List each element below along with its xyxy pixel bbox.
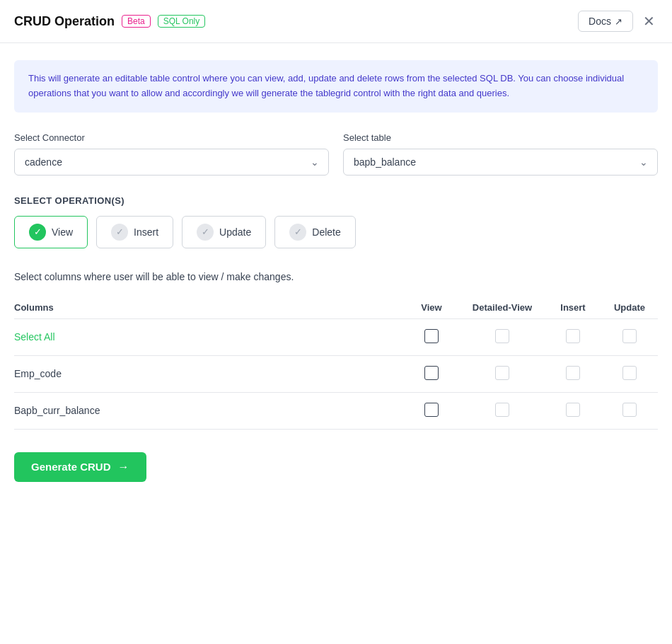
operations-title: SELECT OPERATION(S) — [14, 195, 658, 206]
operation-delete-label: Delete — [312, 226, 340, 238]
docs-label: Docs — [589, 16, 611, 27]
docs-button[interactable]: Docs ↗ — [578, 11, 633, 32]
bapb-insert-checkbox[interactable] — [566, 403, 580, 417]
delete-check-icon: ✓ — [289, 224, 306, 241]
emp-code-update-checkbox[interactable] — [622, 366, 637, 380]
arrow-right-icon: → — [118, 461, 129, 473]
operations-row: ✓ View ✓ Insert ✓ Update ✓ Delete — [14, 216, 658, 248]
operation-insert-button[interactable]: ✓ Insert — [96, 216, 173, 248]
sql-only-badge: SQL Only — [158, 15, 206, 28]
select-all-update-checkbox[interactable] — [622, 329, 637, 343]
th-detailed-view: Detailed-View — [460, 297, 545, 319]
emp-code-view-checkbox[interactable] — [424, 366, 439, 380]
update-check-icon: ✓ — [197, 224, 214, 241]
selectors-row: Select Connector cadence ⌄ Select table … — [14, 132, 658, 176]
select-all-row: Select All — [14, 318, 658, 355]
operation-update-label: Update — [219, 226, 251, 238]
operation-delete-button[interactable]: ✓ Delete — [274, 216, 355, 248]
operation-view-button[interactable]: ✓ View — [14, 216, 88, 248]
table-row: Bapb_curr_balance — [14, 392, 658, 429]
table-row: Emp_code — [14, 355, 658, 392]
select-all-view-checkbox[interactable] — [424, 329, 439, 343]
insert-check-icon: ✓ — [111, 224, 128, 241]
select-all-label[interactable]: Select All — [14, 331, 55, 343]
connector-select-wrapper: cadence ⌄ — [14, 149, 329, 176]
table-select[interactable]: bapb_balance — [343, 149, 658, 176]
table-label: Select table — [343, 132, 658, 143]
table-header-row: Columns View Detailed-View Insert Update — [14, 297, 658, 319]
view-check-icon: ✓ — [29, 224, 46, 241]
select-all-insert-checkbox[interactable] — [566, 329, 580, 343]
th-insert: Insert — [545, 297, 601, 319]
th-columns: Columns — [14, 297, 403, 319]
bapb-update-checkbox[interactable] — [622, 403, 637, 417]
table-select-wrapper: bapb_balance ⌄ — [343, 149, 658, 176]
operations-section: SELECT OPERATION(S) ✓ View ✓ Insert ✓ Up… — [14, 195, 658, 248]
select-all-detailed-checkbox[interactable] — [495, 329, 509, 343]
operation-update-button[interactable]: ✓ Update — [182, 216, 266, 248]
connector-group: Select Connector cadence ⌄ — [14, 132, 329, 176]
columns-description: Select columns where user will be able t… — [14, 271, 658, 282]
emp-code-detailed-checkbox[interactable] — [495, 366, 509, 380]
generate-crud-button[interactable]: Generate CRUD → — [14, 452, 146, 482]
connector-label: Select Connector — [14, 132, 329, 143]
info-banner-text: This will generate an editable table con… — [28, 73, 624, 98]
close-icon: ✕ — [643, 13, 655, 29]
operation-insert-label: Insert — [134, 226, 158, 238]
app-header: CRUD Operation Beta SQL Only Docs ↗ ✕ — [0, 0, 672, 43]
columns-section: Select columns where user will be able t… — [14, 271, 658, 430]
bapb-view-checkbox[interactable] — [424, 403, 439, 417]
info-banner: This will generate an editable table con… — [14, 60, 658, 113]
main-content: This will generate an editable table con… — [0, 43, 672, 499]
bapb-detailed-checkbox[interactable] — [495, 403, 509, 417]
columns-table: Columns View Detailed-View Insert Update… — [14, 297, 658, 430]
th-update: Update — [601, 297, 658, 319]
column-emp-code: Emp_code — [14, 368, 62, 379]
th-view: View — [403, 297, 460, 319]
table-group: Select table bapb_balance ⌄ — [343, 132, 658, 176]
generate-crud-label: Generate CRUD — [31, 461, 111, 473]
column-bapb-curr-balance: Bapb_curr_balance — [14, 405, 100, 416]
beta-badge: Beta — [122, 15, 151, 28]
close-button[interactable]: ✕ — [640, 10, 658, 33]
emp-code-insert-checkbox[interactable] — [566, 366, 580, 380]
page-title: CRUD Operation — [14, 14, 115, 29]
external-link-icon: ↗ — [615, 16, 622, 27]
connector-select[interactable]: cadence — [14, 149, 329, 176]
operation-view-label: View — [52, 226, 73, 238]
